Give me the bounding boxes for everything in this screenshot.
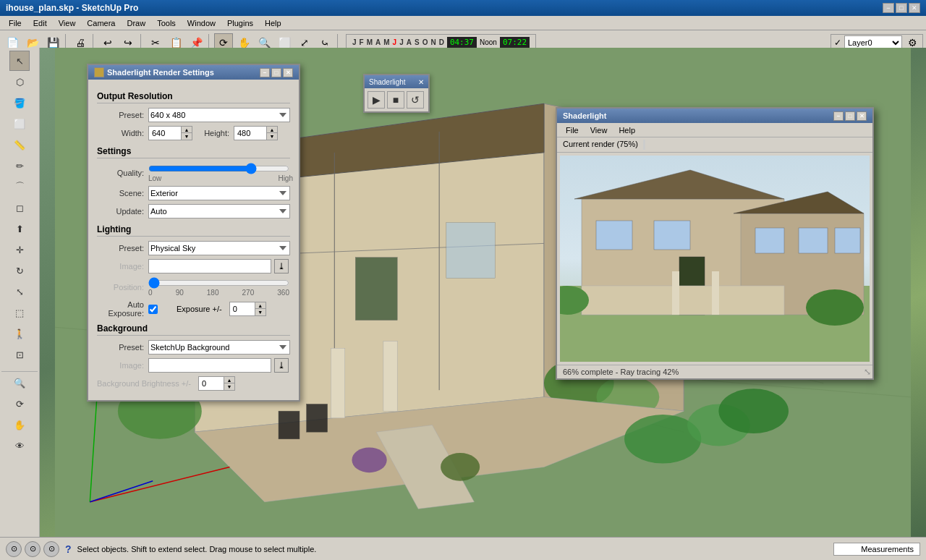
background-image-row: Image: ⤓ <box>97 358 290 373</box>
lighting-image-browse-button[interactable]: ⤓ <box>274 259 289 273</box>
height-up-arrow[interactable]: ▲ <box>267 127 277 133</box>
width-down-arrow[interactable]: ▼ <box>182 133 192 140</box>
render-menu-help[interactable]: Help <box>613 124 641 136</box>
render-settings-title-bar[interactable]: Shaderlight Render Settings − □ ✕ <box>88 65 299 80</box>
look-around-button[interactable]: 👁 <box>9 436 30 456</box>
width-up-arrow[interactable]: ▲ <box>182 127 192 133</box>
dialog-title-buttons: − □ ✕ <box>260 68 293 77</box>
section-plane-button[interactable]: ⊡ <box>9 344 30 365</box>
rotate-button[interactable]: ↻ <box>9 260 30 281</box>
position-slider[interactable] <box>148 277 289 289</box>
close-button[interactable]: ✕ <box>909 3 920 13</box>
scene-select[interactable]: Exterior Interior Custom <box>148 186 290 200</box>
scale-button[interactable]: ⤡ <box>9 281 30 302</box>
brightness-label: Background Brightness +/- <box>97 379 191 388</box>
quality-slider[interactable] <box>148 163 289 174</box>
scene-label: Scene: <box>97 189 144 198</box>
brightness-up-arrow[interactable]: ▲ <box>224 377 234 383</box>
menu-plugins[interactable]: Plugins <box>221 17 259 29</box>
render-window-minimize[interactable]: − <box>833 111 844 121</box>
paint-bucket-button[interactable]: 🪣 <box>9 93 30 113</box>
width-input[interactable] <box>148 126 181 140</box>
render-resize-handle[interactable]: ⤡ <box>864 367 871 377</box>
dialog-close-button[interactable]: ✕ <box>283 68 293 77</box>
month-s: S <box>415 38 420 46</box>
resolution-preset-select[interactable]: 640 x 480 800 x 600 1024 x 768 1280 x 72… <box>148 108 290 122</box>
month-m1: M <box>367 38 373 46</box>
render-refresh-button[interactable]: ↺ <box>407 91 424 109</box>
render-window-close[interactable]: ✕ <box>857 111 867 121</box>
move-button[interactable]: ✛ <box>9 239 30 260</box>
tape-measure-button[interactable]: 📏 <box>9 135 30 155</box>
zoom-tool-button[interactable]: 🔍 <box>9 373 30 393</box>
render-window-maximize[interactable]: □ <box>845 111 855 121</box>
help-icon[interactable]: ? <box>65 543 72 555</box>
height-spinner: ▲ ▼ <box>234 126 278 140</box>
menu-help[interactable]: Help <box>259 17 287 29</box>
offset-button[interactable]: ⬚ <box>9 302 30 323</box>
status-icon-1: ⊙ <box>6 541 22 557</box>
render-viewport[interactable] <box>560 156 870 362</box>
menu-file[interactable]: File <box>3 17 27 29</box>
quality-slider-container: Low High <box>148 163 293 182</box>
maximize-button[interactable]: □ <box>896 3 907 13</box>
orbit-tool-button[interactable]: ⟳ <box>9 394 30 414</box>
menu-draw[interactable]: Draw <box>121 17 151 29</box>
render-window-title-bar[interactable]: Shaderlight − □ ✕ <box>557 109 872 123</box>
height-arrows: ▲ ▼ <box>266 126 278 140</box>
svg-rect-22 <box>355 258 397 321</box>
month-j1: J <box>352 38 357 46</box>
pos-90-label: 90 <box>176 289 184 297</box>
shaderlight-toolbar-title[interactable]: Shaderlight ✕ <box>365 75 428 88</box>
update-row: Update: Auto Manual On Demand <box>97 204 290 219</box>
eraser-button[interactable]: ⬜ <box>9 114 30 134</box>
brightness-input[interactable] <box>198 376 224 391</box>
settings-header: Settings <box>97 146 290 158</box>
pencil-button[interactable]: ✏ <box>9 156 30 176</box>
shaderlight-toolbar-close[interactable]: ✕ <box>418 78 424 86</box>
dialog-maximize-button[interactable]: □ <box>271 68 281 77</box>
menu-camera[interactable]: Camera <box>81 17 121 29</box>
shaderlight-toolbar-label: Shaderlight <box>369 78 406 86</box>
pos-180-label: 180 <box>207 289 219 297</box>
background-image-browse-button[interactable]: ⤓ <box>274 358 289 373</box>
select-tool-button[interactable]: ↖ <box>9 51 30 71</box>
exposure-input[interactable] <box>229 302 255 316</box>
lighting-preset-select[interactable]: Physical Sky Interior Exterior Custom No… <box>148 241 290 255</box>
background-image-input[interactable] <box>148 358 271 373</box>
render-stop-button[interactable]: ■ <box>387 91 404 109</box>
render-progress-text: 66% complete - Ray tracing 42% <box>563 368 679 376</box>
menu-edit[interactable]: Edit <box>27 17 53 29</box>
pan-tool-button[interactable]: ✋ <box>9 415 30 435</box>
minimize-button[interactable]: − <box>883 3 894 13</box>
lighting-image-input[interactable] <box>148 259 271 273</box>
svg-rect-18 <box>279 411 300 439</box>
title-bar: ihouse_plan.skp - SketchUp Pro − □ ✕ <box>0 0 926 16</box>
menu-view[interactable]: View <box>53 17 82 29</box>
dialog-minimize-button[interactable]: − <box>260 68 270 77</box>
menu-window[interactable]: Window <box>182 17 221 29</box>
background-header: Background <box>97 323 290 336</box>
brightness-spinner: ▲ ▼ <box>198 376 235 391</box>
brightness-down-arrow[interactable]: ▼ <box>224 383 234 390</box>
svg-rect-19 <box>307 404 328 433</box>
height-down-arrow[interactable]: ▼ <box>267 133 277 140</box>
pos-360-label: 360 <box>277 289 289 297</box>
render-bottom-bar: 66% complete - Ray tracing 42% ⤡ <box>557 365 872 378</box>
shapes-button[interactable]: ◻ <box>9 198 30 218</box>
auto-exposure-checkbox[interactable] <box>148 305 158 314</box>
component-button[interactable]: ⬡ <box>9 72 30 92</box>
exposure-down-arrow[interactable]: ▼ <box>255 309 266 315</box>
walk-button[interactable]: 🚶 <box>9 323 30 344</box>
render-menu-file[interactable]: File <box>560 124 585 136</box>
background-preset-select[interactable]: SketchUp Background Physical Sky Custom … <box>148 340 290 355</box>
svg-rect-20 <box>331 348 344 418</box>
push-pull-button[interactable]: ⬆ <box>9 219 30 239</box>
height-input[interactable] <box>234 126 266 140</box>
arc-button[interactable]: ⌒ <box>9 177 30 197</box>
update-select[interactable]: Auto Manual On Demand <box>148 204 290 219</box>
render-menu-view[interactable]: View <box>585 124 613 136</box>
menu-tools[interactable]: Tools <box>151 17 182 29</box>
exposure-up-arrow[interactable]: ▲ <box>255 302 266 309</box>
render-play-button[interactable]: ▶ <box>368 91 385 109</box>
